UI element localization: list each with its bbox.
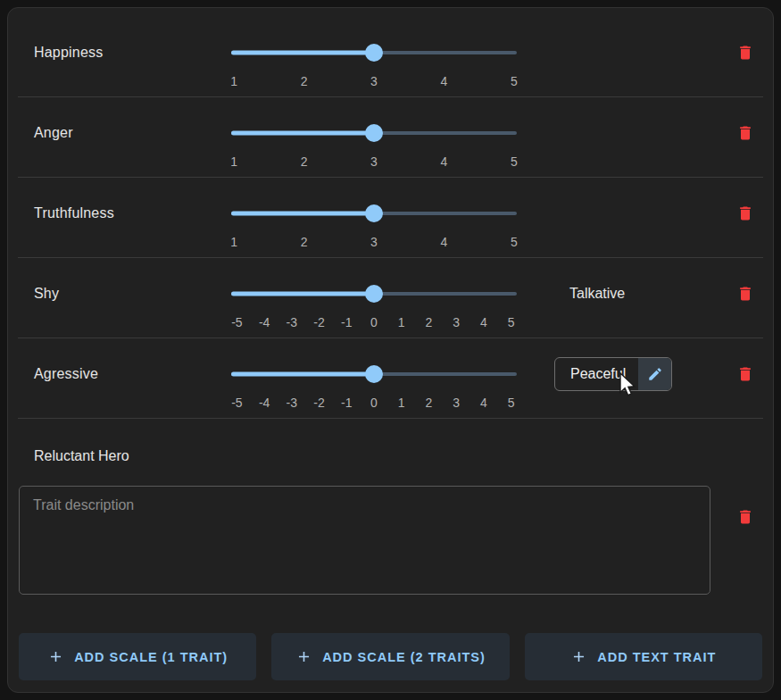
tick-label: 5 — [508, 396, 515, 410]
tick-label: 4 — [480, 396, 487, 410]
tick-label: 1 — [230, 74, 237, 88]
trait-row-happiness: Happiness 1 2 3 4 5 — [18, 17, 763, 97]
button-label: Add text trait — [597, 650, 716, 664]
delete-trait-button[interactable] — [733, 504, 758, 529]
trait-row-anger: Anger 1 2 3 4 5 — [18, 97, 763, 178]
tick-label: 5 — [511, 74, 518, 88]
edit-label-button[interactable] — [638, 358, 671, 390]
slider-thumb[interactable] — [365, 285, 383, 303]
tick-label: 4 — [440, 154, 447, 169]
pencil-icon — [647, 366, 663, 382]
tick-label: -1 — [341, 396, 352, 410]
tick-label: -4 — [259, 315, 270, 329]
trash-icon — [736, 44, 754, 62]
delete-trait-button[interactable] — [733, 281, 758, 306]
tick-label: -4 — [259, 396, 270, 410]
slider-tick-labels: -5 -4 -3 -2 -1 0 1 2 3 4 5 — [231, 396, 517, 411]
trait-description-textarea[interactable] — [19, 486, 710, 595]
button-label: Add scale (1 trait) — [74, 650, 228, 664]
tick-label: -2 — [313, 396, 324, 410]
slider-thumb[interactable] — [365, 365, 383, 383]
delete-trait-button[interactable] — [733, 201, 758, 226]
slider-fill — [231, 372, 374, 377]
slider-tick-labels: 1 2 3 4 5 — [231, 235, 517, 250]
add-trait-actions: Add scale (1 trait) Add scale (2 traits)… — [19, 633, 762, 680]
tick-label: 1 — [230, 154, 237, 169]
anger-slider[interactable] — [231, 122, 517, 144]
tick-label: 3 — [370, 154, 378, 169]
delete-trait-button[interactable] — [733, 121, 758, 146]
tick-label: 4 — [440, 235, 447, 249]
tick-label: 5 — [511, 235, 518, 249]
trait-label: Happiness — [34, 45, 103, 61]
trait-row-shy-talkative: Shy -5 -4 -3 -2 -1 0 1 2 3 4 5 Talkative — [18, 258, 763, 338]
tick-label: 4 — [480, 315, 487, 329]
tick-label: 2 — [301, 74, 308, 88]
tick-label: -5 — [231, 396, 242, 410]
trait-right-label: Talkative — [569, 286, 625, 302]
trash-icon — [736, 508, 754, 526]
tick-label: 2 — [426, 396, 433, 410]
trait-label: Anger — [34, 125, 73, 141]
add-scale-2-traits-button[interactable]: Add scale (2 traits) — [271, 633, 509, 680]
tick-label: -1 — [341, 315, 352, 329]
tick-label: 3 — [453, 315, 460, 329]
trait-row-truthfulness: Truthfulness 1 2 3 4 5 — [18, 178, 763, 258]
slider-fill — [231, 292, 374, 296]
tick-label: 5 — [511, 154, 518, 169]
trait-label: Truthfulness — [34, 205, 114, 221]
editable-right-label-chip: Peaceful — [554, 357, 672, 391]
slider-fill — [231, 51, 374, 55]
tick-label: 0 — [370, 315, 378, 329]
plus-icon — [295, 648, 312, 665]
shy-talkative-slider[interactable] — [231, 283, 517, 304]
tick-label: 2 — [301, 154, 308, 169]
tick-label: 4 — [440, 74, 447, 88]
tick-label: -3 — [287, 396, 297, 410]
character-traits-panel: Happiness 1 2 3 4 5 Anger 1 2 — [7, 7, 774, 693]
slider-thumb[interactable] — [365, 204, 383, 222]
tick-label: 2 — [426, 315, 433, 329]
trash-icon — [736, 285, 754, 303]
button-label: Add scale (2 traits) — [322, 650, 486, 664]
tick-label: 0 — [370, 396, 378, 410]
trait-right-label: Peaceful — [555, 358, 638, 390]
trait-row-agressive-peaceful: Agressive -5 -4 -3 -2 -1 0 1 2 3 4 5 Pea… — [18, 338, 763, 419]
add-scale-1-trait-button[interactable]: Add scale (1 trait) — [19, 633, 256, 680]
tick-label: -5 — [231, 315, 242, 329]
tick-label: 2 — [301, 235, 308, 249]
truthfulness-slider[interactable] — [231, 203, 517, 224]
slider-thumb[interactable] — [365, 124, 383, 142]
slider-tick-labels: 1 2 3 4 5 — [231, 74, 517, 89]
plus-icon — [47, 648, 64, 665]
tick-label: 1 — [398, 315, 405, 329]
trash-icon — [736, 365, 754, 383]
happiness-slider[interactable] — [231, 42, 517, 63]
slider-tick-labels: -5 -4 -3 -2 -1 0 1 2 3 4 5 — [231, 315, 517, 330]
slider-fill — [231, 212, 374, 216]
tick-label: 5 — [508, 315, 515, 329]
plus-icon — [570, 648, 587, 665]
text-trait-row: Reluctant Hero — [18, 419, 763, 633]
delete-trait-button[interactable] — [733, 362, 758, 387]
trait-label: Reluctant Hero — [34, 448, 129, 464]
tick-label: 1 — [230, 235, 237, 249]
add-text-trait-button[interactable]: Add text trait — [525, 633, 762, 680]
tick-label: 3 — [453, 396, 460, 410]
trash-icon — [736, 204, 754, 222]
tick-label: 3 — [370, 235, 378, 249]
trait-label: Shy — [34, 286, 59, 302]
slider-thumb[interactable] — [365, 44, 383, 62]
trash-icon — [736, 124, 754, 142]
tick-label: 1 — [398, 396, 405, 410]
slider-fill — [231, 131, 374, 136]
tick-label: 3 — [370, 74, 378, 88]
trait-label: Agressive — [34, 366, 98, 382]
slider-tick-labels: 1 2 3 4 5 — [231, 154, 517, 170]
delete-trait-button[interactable] — [733, 40, 758, 65]
agressive-peaceful-slider[interactable] — [231, 363, 517, 385]
tick-label: -3 — [287, 315, 297, 329]
tick-label: -2 — [313, 315, 324, 329]
